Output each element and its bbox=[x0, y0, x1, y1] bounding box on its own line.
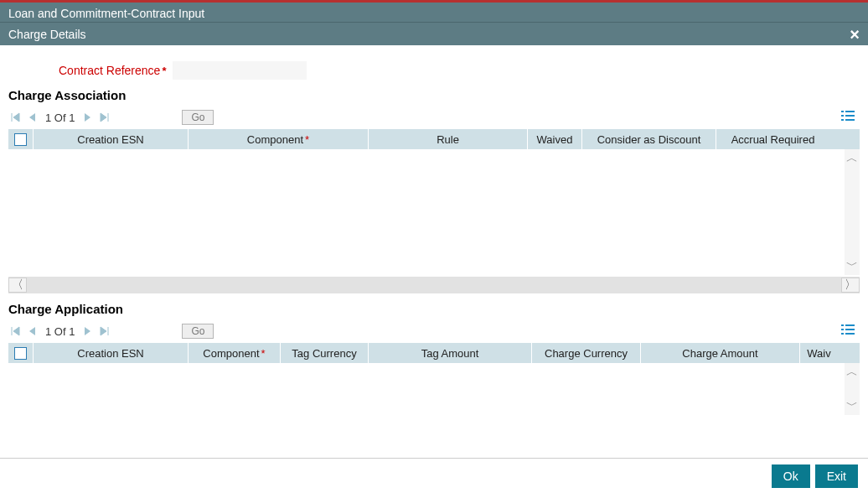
svg-rect-9 bbox=[845, 329, 855, 330]
footer: Ok Exit bbox=[0, 458, 868, 493]
subtitle-bar: Charge Details × bbox=[0, 22, 868, 45]
association-select-all[interactable] bbox=[8, 129, 34, 149]
application-select-all[interactable] bbox=[8, 343, 34, 363]
settings-list-icon[interactable] bbox=[841, 324, 855, 338]
first-page-icon[interactable] bbox=[8, 111, 22, 124]
application-go-button[interactable]: Go bbox=[182, 324, 214, 339]
settings-list-icon[interactable] bbox=[841, 110, 855, 124]
checkbox-icon[interactable] bbox=[14, 133, 27, 146]
association-vscroll[interactable]: ︿ ﹀ bbox=[845, 149, 860, 275]
col-waived[interactable]: Waived bbox=[528, 129, 582, 149]
col-creation-esn[interactable]: Creation ESN bbox=[34, 343, 189, 363]
col-consider-discount[interactable]: Consider as Discount bbox=[582, 129, 716, 149]
col-tag-amount[interactable]: Tag Amount bbox=[369, 343, 532, 363]
window-title-bar: Loan and Commitment-Contract Input bbox=[0, 0, 868, 22]
ok-button[interactable]: Ok bbox=[772, 464, 810, 488]
section-title-application: Charge Application bbox=[8, 302, 860, 316]
application-header-row: Creation ESN Component* Tag Currency Tag… bbox=[8, 343, 860, 363]
next-page-icon[interactable] bbox=[81, 111, 95, 124]
association-grid: Creation ESN Component* Rule Waived Cons… bbox=[8, 129, 860, 293]
scroll-down-icon[interactable]: ﹀ bbox=[846, 397, 858, 415]
checkbox-icon[interactable] bbox=[14, 347, 27, 360]
application-grid: Creation ESN Component* Tag Currency Tag… bbox=[8, 343, 860, 415]
scroll-down-icon[interactable]: ﹀ bbox=[846, 257, 858, 275]
application-pager: 1 Of 1 bbox=[45, 325, 75, 338]
col-charge-currency[interactable]: Charge Currency bbox=[532, 343, 641, 363]
svg-rect-4 bbox=[841, 119, 844, 121]
col-creation-esn[interactable]: Creation ESN bbox=[34, 129, 189, 149]
svg-rect-1 bbox=[845, 111, 855, 112]
required-star-icon: * bbox=[162, 65, 166, 77]
col-charge-amount[interactable]: Charge Amount bbox=[641, 343, 800, 363]
section-title-association: Charge Association bbox=[8, 88, 860, 102]
col-tag-currency[interactable]: Tag Currency bbox=[281, 343, 369, 363]
association-header-row: Creation ESN Component* Rule Waived Cons… bbox=[8, 129, 860, 149]
col-accrual-required[interactable]: Accrual Required bbox=[716, 129, 829, 149]
window-title: Loan and Commitment-Contract Input bbox=[8, 7, 204, 20]
col-component[interactable]: Component* bbox=[189, 343, 281, 363]
application-toolbar: 1 Of 1 Go bbox=[8, 319, 860, 343]
last-page-icon[interactable] bbox=[98, 111, 111, 124]
svg-rect-7 bbox=[845, 324, 855, 326]
svg-rect-10 bbox=[841, 333, 844, 335]
next-page-icon[interactable] bbox=[81, 324, 95, 338]
association-go-button[interactable]: Go bbox=[182, 110, 214, 125]
scroll-right-icon[interactable]: 〉 bbox=[841, 278, 860, 293]
contract-reference-input[interactable] bbox=[173, 61, 307, 80]
scroll-up-icon[interactable]: ︿ bbox=[846, 363, 858, 381]
contract-reference-label: Contract Reference bbox=[59, 64, 160, 77]
hscroll-track[interactable] bbox=[27, 278, 841, 293]
association-hscroll[interactable]: 〈 〉 bbox=[8, 277, 860, 293]
required-star-icon: * bbox=[305, 133, 309, 146]
col-waived[interactable]: Waiv bbox=[800, 343, 838, 363]
svg-rect-3 bbox=[845, 115, 855, 117]
contract-reference-row: Contract Reference * bbox=[59, 61, 860, 80]
svg-rect-5 bbox=[845, 119, 855, 121]
last-page-icon[interactable] bbox=[98, 324, 111, 338]
scroll-left-icon[interactable]: 〈 bbox=[8, 278, 27, 293]
close-icon[interactable]: × bbox=[850, 23, 860, 46]
first-page-icon[interactable] bbox=[8, 324, 22, 338]
window: Loan and Commitment-Contract Input Charg… bbox=[0, 0, 868, 493]
association-toolbar: 1 Of 1 Go bbox=[8, 106, 860, 129]
association-pager: 1 Of 1 bbox=[45, 112, 75, 124]
required-star-icon: * bbox=[261, 347, 266, 360]
association-grid-body: ︿ ﹀ bbox=[8, 149, 860, 275]
svg-rect-8 bbox=[841, 329, 844, 330]
application-vscroll[interactable]: ︿ ﹀ bbox=[845, 363, 860, 415]
col-component[interactable]: Component* bbox=[189, 129, 369, 149]
svg-rect-2 bbox=[841, 115, 844, 117]
content-area: Contract Reference * Charge Association … bbox=[0, 48, 868, 458]
prev-page-icon[interactable] bbox=[25, 324, 39, 338]
scroll-up-icon[interactable]: ︿ bbox=[846, 149, 858, 168]
subtitle: Charge Details bbox=[8, 23, 86, 46]
prev-page-icon[interactable] bbox=[25, 111, 39, 124]
svg-rect-6 bbox=[841, 324, 844, 326]
svg-rect-11 bbox=[845, 333, 855, 335]
application-grid-body: ︿ ﹀ bbox=[8, 363, 860, 415]
exit-button[interactable]: Exit bbox=[815, 464, 858, 488]
svg-rect-0 bbox=[841, 111, 844, 112]
col-rule[interactable]: Rule bbox=[369, 129, 528, 149]
